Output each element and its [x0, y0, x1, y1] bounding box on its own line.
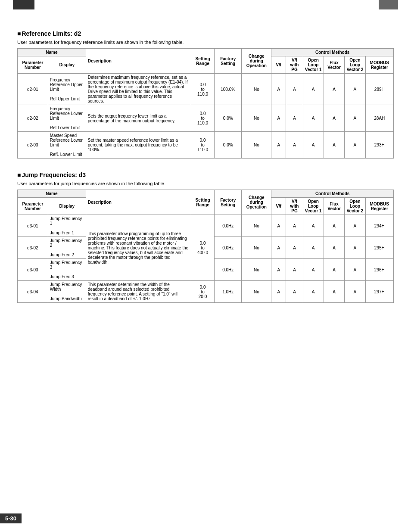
open1-d2-03: A — [303, 132, 324, 159]
display-d2-03: Master Speed Reference Lower LimitRef1 L… — [48, 132, 86, 159]
factory-setting-header: Factory Setting — [214, 49, 242, 74]
range-d3-04: 0.0to20.0 — [191, 281, 215, 303]
d3-flux-header: Flux Vector — [324, 198, 344, 215]
d3-factory-setting-header: Factory Setting — [214, 190, 242, 215]
change-d3-02: No — [242, 237, 271, 259]
d3-description-header: Description — [86, 190, 191, 215]
flux-d3-04: A — [324, 281, 344, 303]
factory-d3-03: 0.0Hz — [214, 259, 242, 281]
desc-d2-01: Determines maximum frequency reference, … — [86, 74, 191, 105]
d3-setting-range-header: Setting Range — [191, 190, 215, 215]
table-row: d3-04 Jump Frequency WidthJump Bandwidth… — [18, 281, 394, 303]
vf-d3-04: A — [271, 281, 286, 303]
param-d3-04: d3-04 — [18, 281, 48, 303]
factory-d2-03: 0.0% — [214, 132, 242, 159]
open1-d3-01: A — [303, 215, 324, 237]
change-d2-01: No — [242, 74, 271, 105]
open2-d3-04: A — [345, 281, 365, 303]
flux-d2-03: A — [324, 132, 344, 159]
desc-d2-03: Set the master speed reference lower lim… — [86, 132, 191, 159]
flux-d3-01: A — [324, 215, 344, 237]
open2-d3-02: A — [345, 237, 365, 259]
modbus-d2-01: 289H — [365, 74, 393, 105]
section2-title: Jump Frequencies: d3 — [17, 171, 394, 178]
range-d2-02: 0.0to110.0 — [191, 105, 215, 132]
d3-table: Name Description Setting Range Factory S… — [17, 190, 394, 303]
param-d2-01: d2-01 — [18, 74, 48, 105]
modbus-d3-02: 295H — [365, 237, 393, 259]
description-header: Description — [86, 49, 191, 74]
d3-display-header: Display — [48, 198, 86, 215]
vf-d3-01: A — [271, 215, 286, 237]
factory-d3-02: 0.0Hz — [214, 237, 242, 259]
d3-change-during-header: Change during Operation — [242, 190, 271, 215]
display-d2-01: Frequency Reference Upper LimitRef Upper… — [48, 74, 86, 105]
flux-d2-01: A — [324, 74, 344, 105]
table-row: d3-01 Jump Frequency 1Jump Freq 1 This p… — [18, 215, 394, 237]
setting-range-header: Setting Range — [191, 49, 215, 74]
param-d3-01: d3-01 — [18, 215, 48, 237]
open2-d2-03: A — [345, 132, 365, 159]
change-d3-01: No — [242, 215, 271, 237]
param-number-header: Parameter Number — [18, 56, 48, 74]
param-d2-02: d2-02 — [18, 105, 48, 132]
modbus-d3-03: 296H — [365, 259, 393, 281]
display-d3-02: Jump Frequency 2Jump Freq 2 — [48, 237, 86, 259]
param-d3-02: d3-02 — [18, 237, 48, 259]
d3-open-loop2-header: Open Loop Vector 2 — [345, 198, 365, 215]
section2-desc: User parameters for jump frequencies are… — [17, 181, 394, 186]
open1-d3-04: A — [303, 281, 324, 303]
section1-title: Reference Limits: d2 — [17, 30, 394, 37]
open-loop2-header: Open Loop Vector 2 — [345, 56, 365, 74]
open1-d2-01: A — [303, 74, 324, 105]
range-d2-01: 0.0to110.0 — [191, 74, 215, 105]
factory-d2-01: 100.0% — [214, 74, 242, 105]
page-footer: 5-30 — [0, 513, 22, 523]
range-d3-01-03: 0.0to400.0 — [191, 215, 215, 281]
vfpg-d3-01: A — [286, 215, 303, 237]
vfpg-d2-03: A — [286, 132, 303, 159]
open2-d3-01: A — [345, 215, 365, 237]
vf-d3-03: A — [271, 259, 286, 281]
open1-d2-02: A — [303, 105, 324, 132]
range-d2-03: 0.0to110.0 — [191, 132, 215, 159]
d3-name-header: Name — [18, 190, 86, 198]
flux-d3-03: A — [324, 259, 344, 281]
vfpg-d3-03: A — [286, 259, 303, 281]
table-row: d2-03 Master Speed Reference Lower Limit… — [18, 132, 394, 159]
table-row: d2-01 Frequency Reference Upper LimitRef… — [18, 74, 394, 105]
modbus-d3-04: 297H — [365, 281, 393, 303]
vf-d2-01: A — [271, 74, 286, 105]
desc-d3-04: This parameter determines the width of t… — [86, 281, 191, 303]
factory-d3-01: 0.0Hz — [214, 215, 242, 237]
d3-open-loop1-header: Open Loop Vector 1 — [303, 198, 324, 215]
modbus-d2-03: 293H — [365, 132, 393, 159]
display-d3-04: Jump Frequency WidthJump Bandwidth — [48, 281, 86, 303]
name-header: Name — [18, 49, 86, 56]
d3-vf-header: V/f — [271, 198, 286, 215]
vfpg-d3-04: A — [286, 281, 303, 303]
open2-d2-02: A — [345, 105, 365, 132]
open1-d3-03: A — [303, 259, 324, 281]
open1-d3-02: A — [303, 237, 324, 259]
vf-d3-02: A — [271, 237, 286, 259]
change-d2-02: No — [242, 105, 271, 132]
factory-d2-02: 0.0% — [214, 105, 242, 132]
table-row: d2-02 Frequency Reference Lower LimitRef… — [18, 105, 394, 132]
section1-desc: User parameters for frequency reference … — [17, 40, 394, 45]
open2-d3-03: A — [345, 259, 365, 281]
vf-d2-02: A — [271, 105, 286, 132]
vfpg-d3-02: A — [286, 237, 303, 259]
d3-vf-pg-header: V/f with PG — [286, 198, 303, 215]
param-d3-03: d3-03 — [18, 259, 48, 281]
d2-table: Name Description Setting Range Factory S… — [17, 48, 394, 159]
d3-control-methods-header: Control Methods — [271, 190, 394, 198]
flux-header: Flux Vector — [324, 56, 344, 74]
desc-d3-01-03: This parameter allow programming of up t… — [86, 215, 191, 281]
control-methods-header: Control Methods — [271, 49, 394, 56]
param-d2-03: d2-03 — [18, 132, 48, 159]
open2-d2-01: A — [345, 74, 365, 105]
vf-d2-03: A — [271, 132, 286, 159]
display-header: Display — [48, 56, 86, 74]
d3-param-number-header: Parameter Number — [18, 198, 48, 215]
